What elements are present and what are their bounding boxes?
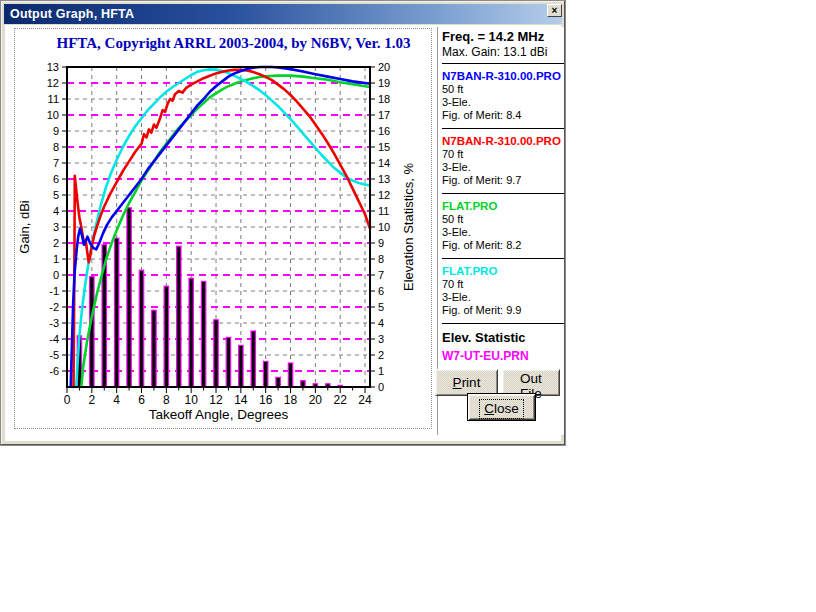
percent-tick-label: 6	[378, 285, 384, 297]
percent-tick-label: 17	[378, 109, 390, 121]
percent-tick-label: 15	[378, 141, 390, 153]
x-tick-label: 0	[64, 393, 71, 407]
elevation-statistic-bar	[127, 208, 131, 387]
percent-tick-label: 3	[378, 333, 384, 345]
percent-tick-label: 8	[378, 253, 384, 265]
percent-tick-label: 10	[378, 221, 390, 233]
percent-tick-label: 11	[378, 205, 389, 217]
desktop: { "window": { "title": "Output Graph, HF…	[0, 0, 816, 612]
legend-antenna-height: 50 ft	[442, 83, 564, 96]
chart-title: HFTA, Copyright ARRL 2003-2004, by N6BV,…	[57, 35, 411, 51]
x-tick-label: 6	[138, 393, 145, 407]
legend-antenna-type: 3-Ele.	[442, 226, 564, 239]
elevation-statistic-bar	[276, 377, 280, 387]
elev-statistic-file: W7-UT-EU.PRN	[442, 349, 564, 363]
gain-tick-label: 12	[47, 77, 59, 89]
x-tick-label: 22	[334, 393, 348, 407]
legend-file-name: N7BAN-R-310.00.PRO	[442, 134, 564, 148]
x-tick-label: 4	[113, 393, 120, 407]
elevation-statistic-bar	[114, 238, 118, 387]
x-tick-label: 12	[209, 393, 223, 407]
close-button-focus: Close	[479, 399, 524, 419]
percent-tick-label: 2	[378, 349, 384, 361]
percent-tick-label: 20	[378, 61, 390, 73]
legend-antenna-height: 50 ft	[442, 213, 564, 226]
gain-tick-label: -3	[49, 317, 59, 329]
gain-tick-label: 4	[53, 205, 59, 217]
percent-tick-label: 13	[378, 173, 390, 185]
elevation-axis-label: Elevation Statistics, %	[401, 163, 416, 291]
elevation-statistic-bar	[263, 361, 267, 387]
max-gain-label: Max. Gain: 13.1 dBi	[442, 45, 564, 64]
gain-tick-label: -5	[49, 349, 59, 361]
legend-entry: N7BAN-R-310.00.PRO 50 ft 3-Ele. Fig. of …	[442, 64, 564, 129]
percent-tick-label: 12	[378, 189, 390, 201]
title-bar[interactable]: Output Graph, HFTA	[4, 4, 562, 24]
percent-tick-label: 18	[378, 93, 390, 105]
legend-list: N7BAN-R-310.00.PRO 50 ft 3-Ele. Fig. of …	[442, 64, 564, 324]
x-axis-label: Takeoff Angle, Degrees	[149, 407, 289, 422]
percent-tick-label: 9	[378, 237, 384, 249]
elevation-statistic-bar	[152, 310, 156, 387]
x-tick-label: 18	[284, 393, 298, 407]
elevation-statistic-bar	[288, 363, 292, 387]
x-tick-label: 10	[185, 393, 199, 407]
legend-figure-of-merit: Fig. of Merit: 9.9	[442, 304, 564, 317]
legend-entry: FLAT.PRO 50 ft 3-Ele. Fig. of Merit: 8.2	[442, 194, 564, 259]
legend-file-name: FLAT.PRO	[442, 199, 564, 213]
elev-statistic-heading: Elev. Statistic	[442, 330, 564, 345]
gain-tick-label: 7	[53, 157, 59, 169]
gain-tick-label: 11	[48, 93, 59, 105]
legend-figure-of-merit: Fig. of Merit: 9.7	[442, 174, 564, 187]
percent-tick-label: 5	[378, 301, 384, 313]
gain-tick-label: 0	[53, 269, 59, 281]
legend-antenna-height: 70 ft	[442, 148, 564, 161]
gain-tick-label: 2	[53, 237, 59, 249]
percent-tick-label: 7	[378, 269, 384, 281]
gain-tick-label: 8	[53, 141, 59, 153]
elevation-statistic-bar	[177, 246, 181, 387]
legend-entry: FLAT.PRO 70 ft 3-Ele. Fig. of Merit: 9.9	[442, 259, 564, 324]
gain-tick-label: -6	[49, 365, 59, 377]
x-tick-label: 8	[163, 393, 170, 407]
legend-file-name: N7BAN-R-310.00.PRO	[442, 69, 564, 83]
print-button[interactable]: Print	[435, 369, 498, 396]
gain-tick-label: -2	[49, 301, 59, 313]
x-tick-label: 16	[259, 393, 273, 407]
percent-tick-label: 19	[378, 77, 390, 89]
elevation-statistic-bar	[164, 286, 168, 387]
close-button[interactable]: Close	[467, 393, 536, 421]
legend-antenna-type: 3-Ele.	[442, 161, 564, 174]
gain-axis-label: Gain, dBi	[17, 200, 32, 254]
percent-tick-label: 0	[378, 381, 384, 393]
legend-entry: N7BAN-R-310.00.PRO 70 ft 3-Ele. Fig. of …	[442, 129, 564, 194]
gain-tick-label: 9	[53, 125, 59, 137]
percent-tick-label: 14	[378, 157, 390, 169]
close-icon[interactable]: ×	[547, 4, 562, 17]
percent-tick-label: 16	[378, 125, 390, 137]
gain-tick-label: 3	[53, 221, 59, 233]
chart-area: HFTA, Copyright ARRL 2003-2004, by N6BV,…	[14, 28, 432, 429]
gain-tick-label: -1	[49, 285, 59, 297]
legend-figure-of-merit: Fig. of Merit: 8.4	[442, 109, 564, 122]
frequency-label: Freq. = 14.2 MHz	[442, 29, 564, 45]
legend-antenna-type: 3-Ele.	[442, 291, 564, 304]
gain-tick-label: 10	[47, 109, 59, 121]
out-file-button[interactable]: Out File	[502, 369, 560, 396]
elevation-statistic-bar	[201, 281, 205, 387]
legend-figure-of-merit: Fig. of Merit: 8.2	[442, 239, 564, 252]
output-chart: HFTA, Copyright ARRL 2003-2004, by N6BV,…	[15, 29, 429, 426]
gain-tick-label: 13	[47, 61, 59, 73]
legend-antenna-height: 70 ft	[442, 278, 564, 291]
elevation-statistic-bar	[226, 337, 230, 387]
legend-file-name: FLAT.PRO	[442, 264, 564, 278]
x-tick-label: 20	[309, 393, 323, 407]
gain-tick-label: 1	[53, 253, 59, 265]
window-title: Output Graph, HFTA	[10, 7, 134, 21]
x-tick-label: 24	[358, 393, 372, 407]
legend-antenna-type: 3-Ele.	[442, 96, 564, 109]
percent-tick-label: 4	[378, 317, 384, 329]
elevation-statistic-bar	[239, 345, 243, 387]
x-tick-label: 14	[234, 393, 248, 407]
elevation-statistic-bar	[189, 278, 193, 387]
